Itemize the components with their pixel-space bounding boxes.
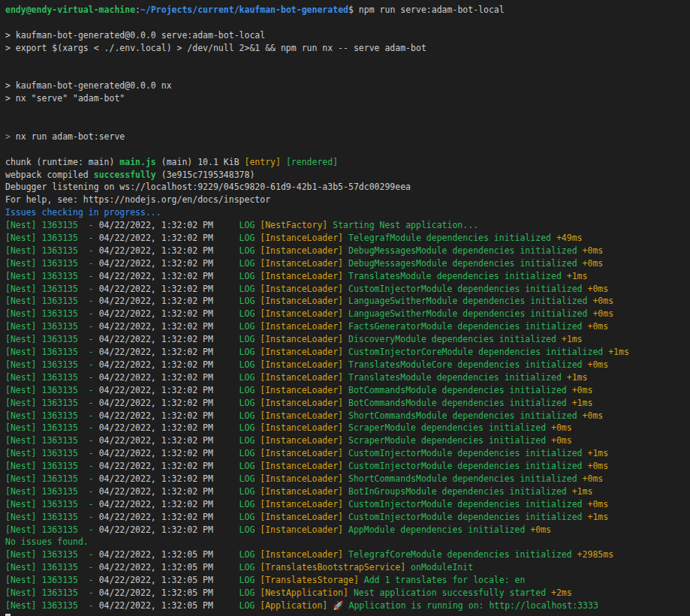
terminal-text-segment: [InstanceLoader] [260, 308, 348, 319]
terminal-text-segment: LOG [213, 220, 260, 230]
terminal-text-segment: 04/22/2022, 1:32:05 PM [99, 562, 213, 572]
terminal-text-segment: 04/22/2022, 1:32:02 PM [99, 524, 213, 535]
terminal-text-segment: 04/22/2022, 1:32:02 PM [99, 486, 213, 497]
terminal-text-segment: 04/22/2022, 1:32:02 PM [99, 473, 213, 484]
terminal-text-segment: CustomInjectorModule dependencies initia… [348, 284, 583, 294]
nest-log: [Nest] 1363135 - 04/22/2022, 1:32:02 PM … [5, 283, 687, 296]
terminal-text-segment: BotCommandsModule dependencies initializ… [348, 385, 567, 395]
terminal-text-segment: [InstanceLoader] [260, 334, 348, 344]
terminal-text-segment: [InstanceLoader] [260, 398, 348, 408]
terminal-text-segment: +0ms [583, 499, 609, 509]
terminal-text-segment: chunk (runtime: main) [5, 157, 119, 167]
terminal-text-segment: LOG [213, 334, 260, 344]
terminal-text-segment: [Nest] 1363135 - [5, 486, 99, 497]
terminal-text-segment: LOG [213, 284, 260, 294]
terminal-text-segment: [InstanceLoader] [260, 321, 348, 332]
nest-log: [Nest] 1363135 - 04/22/2022, 1:32:02 PM … [5, 422, 687, 434]
nest-log: [Nest] 1363135 - 04/22/2022, 1:32:02 PM … [5, 447, 687, 460]
terminal-text-segment: LOG [213, 398, 260, 408]
terminal-text-segment: [Nest] 1363135 - [5, 334, 99, 344]
terminal-blank-line [5, 67, 687, 80]
terminal-text-segment: LOG [213, 422, 260, 433]
issues-checking-line: Issues checking in progress... [5, 206, 687, 219]
terminal-text-segment: endy@endy-virtual-machine [5, 5, 135, 15]
terminal-text-segment: 04/22/2022, 1:32:02 PM [99, 512, 213, 522]
terminal-text-segment: [Nest] 1363135 - [5, 435, 99, 446]
terminal-text-segment: 04/22/2022, 1:32:05 PM [99, 587, 213, 598]
nest-log: [Nest] 1363135 - 04/22/2022, 1:32:02 PM … [5, 524, 687, 536]
terminal-text-segment: 04/22/2022, 1:32:02 PM [99, 296, 213, 306]
terminal-text-segment: +1ms [603, 347, 629, 357]
terminal-text-segment: ShortCommandsModule dependencies initial… [348, 473, 577, 484]
terminal-text-segment: LOG [213, 258, 260, 269]
terminal-text-segment: [Nest] 1363135 - [5, 220, 99, 230]
debugger-help-line: For help, see: https://nodejs.org/en/doc… [5, 194, 687, 206]
terminal-text-segment: [Nest] 1363135 - [5, 308, 99, 319]
terminal-text-segment: CustomInjectorModule dependencies initia… [348, 499, 583, 509]
terminal-text-segment: 04/22/2022, 1:32:02 PM [99, 233, 213, 243]
terminal-text-segment: +49ms [551, 233, 583, 243]
terminal-text-segment: Add 1 translates for locale: en [364, 575, 526, 585]
nest-log: [Nest] 1363135 - 04/22/2022, 1:32:02 PM … [5, 270, 687, 283]
nest-log: [Nest] 1363135 - 04/22/2022, 1:32:02 PM … [5, 498, 687, 511]
npm-script-command: > export $(xargs < ./.env.local) > /dev/… [5, 42, 687, 55]
terminal-text-segment: [InstanceLoader] [260, 372, 348, 383]
terminal-text-segment: > nx "serve" "adam-bot" [5, 93, 125, 104]
terminal[interactable]: endy@endy-virtual-machine:~/Projects/cur… [0, 0, 690, 616]
nest-log: [Nest] 1363135 - 04/22/2022, 1:32:02 PM … [5, 245, 687, 257]
terminal-text-segment: 04/22/2022, 1:32:02 PM [99, 461, 213, 471]
terminal-text-segment: [TranslatesStorage] [260, 575, 363, 585]
terminal-text-segment: [InstanceLoader] [260, 549, 348, 560]
terminal-text-segment: [Nest] 1363135 - [5, 549, 99, 560]
terminal-text-segment: LOG [213, 461, 260, 471]
terminal-text-segment: [InstanceLoader] [260, 347, 348, 357]
terminal-text-segment: > export $(xargs < ./.env.local) > /dev/… [5, 43, 426, 53]
terminal-text-segment: LOG [213, 347, 260, 357]
terminal-text-segment: Issues checking in progress... [5, 207, 161, 218]
terminal-text-segment: [rendered] [286, 157, 338, 167]
nest-log: [Nest] 1363135 - 04/22/2022, 1:32:02 PM … [5, 346, 687, 359]
terminal-text-segment: LOG [213, 435, 260, 446]
terminal-text-segment: [Nest] 1363135 - [5, 271, 99, 281]
terminal-text-segment: [NestFactory] [260, 220, 333, 230]
terminal-text-segment: [Nest] 1363135 - [5, 321, 99, 332]
terminal-text-segment: nx run adam-bot:serve [16, 131, 125, 142]
nx-run-line: > nx run adam-bot:serve [5, 131, 687, 143]
terminal-text-segment: 04/22/2022, 1:32:02 PM [99, 385, 213, 395]
nest-log: [Nest] 1363135 - 04/22/2022, 1:32:05 PM … [5, 599, 687, 612]
npm-script-header: > kaufman-bot-generated@0.0.0 serve:adam… [5, 29, 687, 42]
terminal-text-segment: [InstanceLoader] [260, 448, 348, 458]
terminal-text-segment: [InstanceLoader] [260, 385, 348, 395]
terminal-text-segment: [Nest] 1363135 - [5, 245, 99, 256]
terminal-text-segment: 04/22/2022, 1:32:02 PM [99, 410, 213, 421]
terminal-text-segment: [InstanceLoader] [260, 473, 348, 484]
terminal-text-segment: LOG [213, 486, 260, 497]
terminal-text-segment: [Nest] 1363135 - [5, 372, 99, 383]
terminal-text-segment: 04/22/2022, 1:32:02 PM [99, 372, 213, 383]
nest-log: [Nest] 1363135 - 04/22/2022, 1:32:02 PM … [5, 257, 687, 270]
terminal-text-segment: 04/22/2022, 1:32:02 PM [99, 347, 213, 357]
terminal-text-segment: [Nest] 1363135 - [5, 410, 99, 421]
terminal-text-segment: 04/22/2022, 1:32:02 PM [99, 284, 213, 294]
terminal-text-segment: [Nest] 1363135 - [5, 359, 99, 370]
terminal-text-segment: > kaufman-bot-generated@0.0.0 serve:adam… [5, 30, 265, 41]
terminal-text-segment: 04/22/2022, 1:32:02 PM [99, 271, 213, 281]
nest-log: [Nest] 1363135 - 04/22/2022, 1:32:02 PM … [5, 485, 687, 498]
terminal-text-segment: 04/22/2022, 1:32:02 PM [99, 220, 213, 230]
terminal-text-segment: +1ms [567, 398, 593, 408]
terminal-text-segment: Debugger listening on ws://localhost:922… [5, 182, 411, 192]
terminal-text-segment: +0ms [583, 359, 609, 370]
terminal-blank-line [5, 143, 687, 156]
terminal-text-segment: 04/22/2022, 1:32:02 PM [99, 448, 213, 458]
terminal-text-segment: [Nest] 1363135 - [5, 512, 99, 522]
terminal-text-segment: [InstanceLoader] [260, 284, 348, 294]
terminal-text-segment: LOG [213, 524, 260, 535]
terminal-text-segment: 04/22/2022, 1:32:02 PM [99, 308, 213, 319]
terminal-text-segment: BotInGroupsModule dependencies initializ… [348, 486, 567, 497]
terminal-text-segment: +2985ms [572, 549, 613, 560]
terminal-text-segment: 04/22/2022, 1:32:02 PM [99, 422, 213, 433]
terminal-text-segment: (main) 10.1 KiB [156, 157, 245, 167]
terminal-text-segment: TranslatesModuleCore dependencies initia… [348, 359, 583, 370]
terminal-text-segment: LOG [213, 271, 260, 281]
terminal-text-segment: +0ms [577, 473, 604, 484]
